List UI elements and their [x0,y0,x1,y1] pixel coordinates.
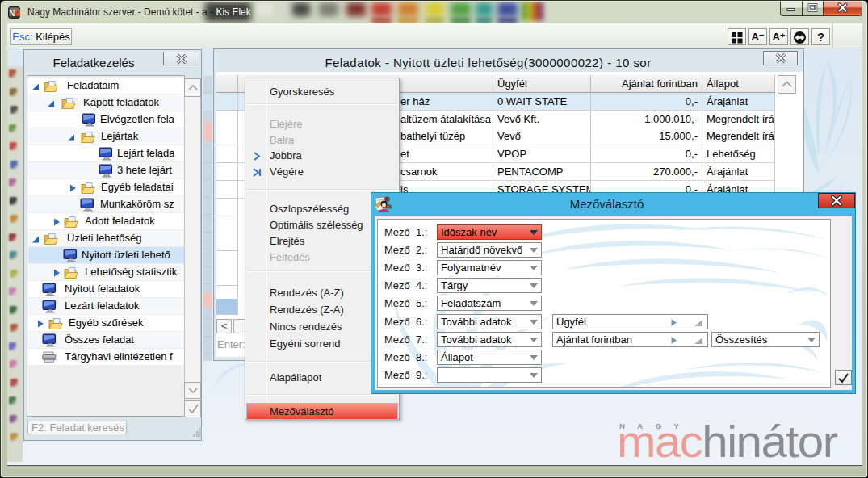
svg-text:M: M [14,9,20,18]
